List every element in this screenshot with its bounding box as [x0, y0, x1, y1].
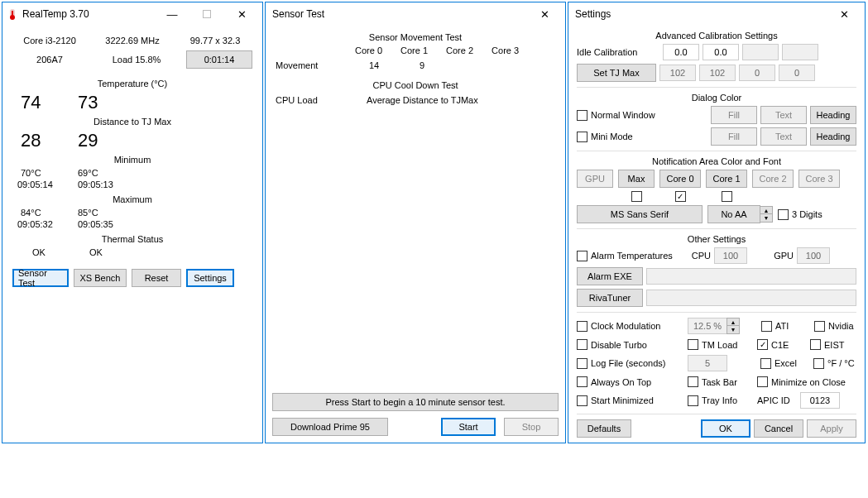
notification-header: Notification Area Color and Font — [577, 156, 856, 166]
idle-cal-core1-input[interactable] — [703, 44, 739, 60]
max-core0: 84°C — [12, 208, 74, 218]
min-time0: 09:05:14 — [12, 180, 74, 189]
movement-core1: 9 — [400, 60, 444, 70]
normal-heading-button[interactable]: Heading — [810, 106, 856, 124]
logfile-check[interactable]: Log File (seconds) — [577, 358, 684, 369]
alarm-cpu-input[interactable] — [714, 247, 747, 264]
movement-header: Sensor Movement Test — [272, 32, 559, 42]
normal-window-check[interactable]: Normal Window — [577, 110, 655, 121]
maximize-button[interactable] — [189, 4, 224, 25]
notif-max-button[interactable]: Max — [618, 170, 655, 188]
alarm-gpu-input[interactable] — [797, 247, 830, 264]
svg-rect-3 — [204, 11, 211, 18]
min-core0: 70°C — [12, 168, 74, 178]
mini-heading-button[interactable]: Heading — [810, 127, 856, 146]
close-button[interactable]: ✕ — [827, 4, 861, 25]
apic-id-input[interactable] — [800, 392, 840, 409]
eist-check[interactable]: EIST — [810, 339, 844, 350]
minimize-button[interactable]: — — [155, 4, 189, 25]
download-prime95-button[interactable]: Download Prime 95 — [272, 418, 388, 436]
window-title: Sensor Test — [269, 8, 527, 20]
max-time0: 09:05:32 — [12, 219, 74, 229]
close-button[interactable]: ✕ — [224, 4, 259, 25]
settings-button[interactable]: Settings — [186, 269, 234, 287]
spinner-up-icon[interactable]: ▲ — [727, 318, 739, 326]
titlebar: Settings ✕ — [568, 2, 865, 26]
fahrenheit-check[interactable]: °F / °C — [813, 358, 855, 369]
tm-load-check[interactable]: TM Load — [688, 339, 754, 350]
temp-core0: 74 — [12, 92, 74, 113]
logfile-seconds-input[interactable] — [688, 355, 727, 371]
temperature-header: Temperature (°C) — [12, 79, 252, 89]
tjmax-core0: 28 — [12, 130, 74, 151]
instruction-bar: Press Start to begin a 10 minute sensor … — [272, 393, 559, 411]
cancel-button[interactable]: Cancel — [754, 419, 803, 438]
3digits-check[interactable]: 3 Digits — [778, 209, 822, 220]
tray-info-check[interactable]: Tray Info — [688, 395, 754, 406]
clock-modulation-spinner[interactable]: ▲▼ — [688, 318, 740, 334]
tjmax-core1: 29 — [78, 130, 140, 151]
thermal-header: Thermal Status — [12, 234, 252, 244]
notif-gpu-button[interactable]: GPU — [577, 170, 613, 188]
alarm-exe-input[interactable] — [646, 268, 856, 285]
stop-button[interactable]: Stop — [504, 418, 559, 436]
close-button[interactable]: ✕ — [527, 4, 562, 25]
disable-turbo-check[interactable]: Disable Turbo — [577, 339, 684, 350]
minimize-on-close-check[interactable]: Minimize on Close — [757, 376, 846, 387]
normal-text-button[interactable]: Text — [760, 106, 807, 124]
cpuload-label: CPU Load — [272, 95, 363, 105]
max-core1: 85°C — [78, 208, 98, 218]
notif-core1-check[interactable] — [706, 191, 747, 202]
alarm-exe-button[interactable]: Alarm EXE — [577, 267, 643, 285]
defaults-button[interactable]: Defaults — [577, 419, 631, 438]
rivatuner-input[interactable] — [646, 290, 856, 306]
ati-check[interactable]: ATI — [761, 321, 811, 332]
window-title: RealTemp 3.70 — [19, 8, 155, 20]
core3-label: Core 3 — [492, 45, 519, 55]
font-button[interactable]: MS Sans Serif — [577, 205, 703, 223]
always-on-top-check[interactable]: Always On Top — [577, 376, 684, 387]
reset-button[interactable]: Reset — [132, 269, 181, 287]
min-core1: 69°C — [78, 168, 98, 178]
clock-modulation-check[interactable]: Clock Modulation — [577, 321, 684, 332]
mini-text-button[interactable]: Text — [760, 127, 807, 146]
apply-button[interactable]: Apply — [807, 419, 856, 438]
excel-check[interactable]: Excel — [760, 358, 810, 369]
antialias-select[interactable]: No AA ▲▼ — [707, 205, 773, 223]
rivatuner-button[interactable]: RivaTuner — [577, 289, 643, 307]
other-settings-header: Other Settings — [577, 234, 856, 244]
spinner-down-icon[interactable]: ▼ — [727, 326, 739, 333]
notif-core2-button[interactable]: Core 2 — [752, 170, 794, 188]
cpu-load: Load 15.8% — [99, 55, 174, 65]
taskbar-check[interactable]: Task Bar — [688, 376, 754, 387]
mini-mode-check[interactable]: Mini Mode — [577, 132, 633, 142]
realtemp-main-window: RealTemp 3.70 — ✕ Core i3-2120 3222.69 M… — [2, 2, 263, 443]
notif-max-check[interactable] — [618, 191, 655, 202]
normal-fill-button[interactable]: Fill — [711, 106, 757, 124]
idle-cal-core0-input[interactable] — [663, 44, 699, 60]
notif-core3-button[interactable]: Core 3 — [798, 170, 840, 188]
notif-core0-button[interactable]: Core 0 — [659, 170, 701, 188]
notif-core1-button[interactable]: Core 1 — [706, 170, 747, 188]
ok-button[interactable]: OK — [701, 419, 751, 438]
notif-core0-check[interactable]: ✓ — [659, 191, 701, 202]
mini-fill-button[interactable]: Fill — [711, 127, 757, 146]
max-time1: 09:05:35 — [78, 219, 113, 229]
tjmax-header: Distance to TJ Max — [12, 117, 252, 127]
start-minimized-check[interactable]: Start Minimized — [577, 395, 684, 406]
start-button[interactable]: Start — [441, 418, 496, 436]
nvidia-check[interactable]: Nvidia — [814, 321, 854, 332]
cpu-name: Core i3-2120 — [12, 36, 87, 45]
alarm-temps-check[interactable]: Alarm Temperatures — [577, 251, 684, 261]
set-tjmax-button[interactable]: Set TJ Max — [577, 64, 656, 82]
svg-rect-2 — [12, 11, 13, 17]
c1e-check[interactable]: ✓C1E — [757, 339, 807, 350]
titlebar: RealTemp 3.70 — ✕ — [2, 2, 262, 26]
spinner-down-icon[interactable]: ▼ — [760, 214, 772, 222]
tjmax-core0-input[interactable] — [659, 65, 696, 81]
sensor-test-button[interactable]: Sensor Test — [12, 269, 69, 287]
timer-button[interactable]: 0:01:14 — [186, 50, 252, 69]
tjmax-core1-input[interactable] — [699, 65, 736, 81]
xs-bench-button[interactable]: XS Bench — [74, 269, 127, 287]
spinner-up-icon[interactable]: ▲ — [760, 207, 772, 214]
